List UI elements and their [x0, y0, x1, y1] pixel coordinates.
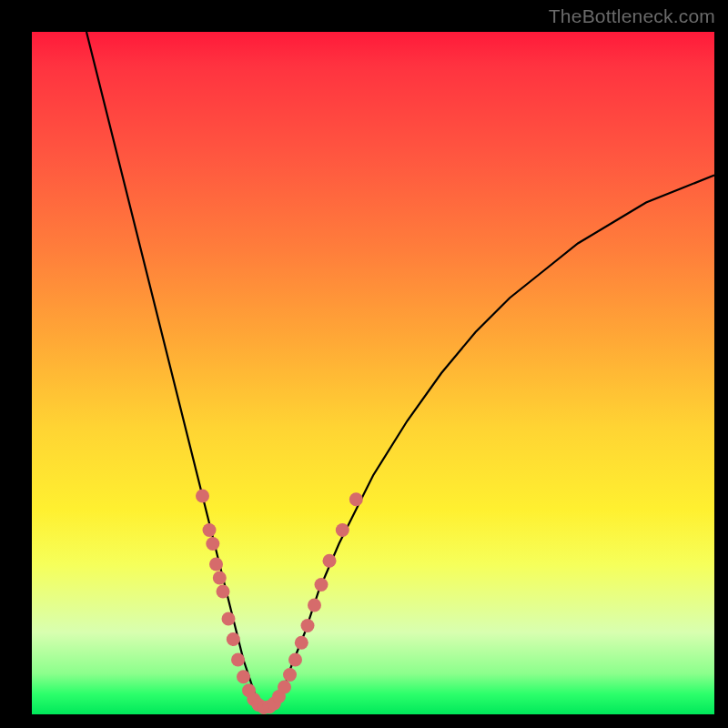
highlight-dot [278, 681, 291, 694]
highlight-dot [288, 653, 302, 667]
curve-layer [32, 32, 714, 714]
highlight-dot [196, 490, 209, 503]
highlight-dot [295, 636, 308, 650]
plot-area [32, 32, 714, 714]
highlight-dot [222, 612, 236, 626]
highlight-dot [203, 523, 217, 537]
highlight-dots [196, 490, 363, 715]
highlight-dot [336, 523, 349, 537]
chart-frame: TheBottleneck.com [0, 0, 728, 728]
bottleneck-curve [86, 32, 714, 708]
highlight-dot [237, 670, 250, 683]
highlight-dot [308, 599, 321, 612]
highlight-dot [209, 558, 223, 571]
watermark-text: TheBottleneck.com [549, 5, 715, 27]
highlight-dot [323, 554, 337, 568]
highlight-dot [283, 668, 297, 682]
highlight-dot [231, 653, 245, 667]
highlight-dot [301, 619, 315, 632]
highlight-dot [315, 578, 329, 592]
highlight-dot [349, 492, 363, 506]
highlight-dot [217, 585, 230, 599]
highlight-dot [206, 537, 219, 551]
highlight-dot [227, 632, 240, 646]
highlight-dot [213, 571, 227, 585]
